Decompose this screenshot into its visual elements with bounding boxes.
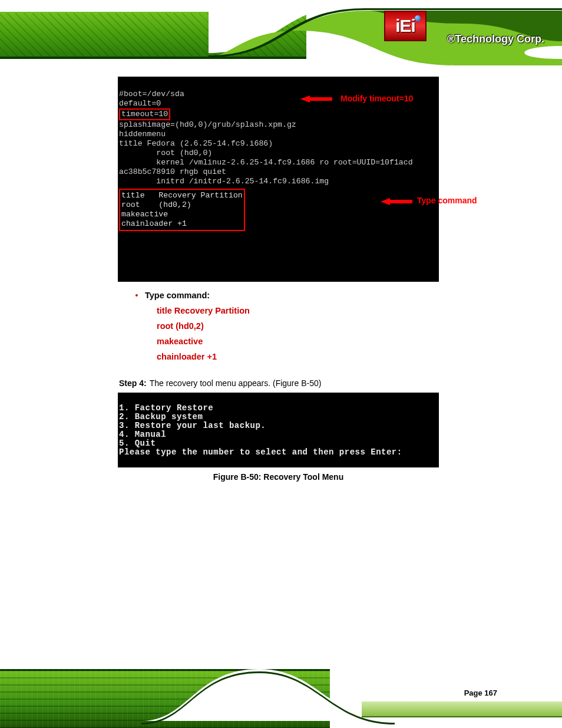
menu-prompt: Please type the number to select and the… xyxy=(119,447,402,457)
menu-item: 5. Quit xyxy=(119,439,156,448)
timeout-highlight-box: timeout=10 xyxy=(119,108,170,120)
brand-company-text: ®Technology Corp. xyxy=(447,33,544,45)
command-line: root (hd0,2) xyxy=(157,318,448,334)
page-content: #boot=/dev/sda default=0 timeout=10 spla… xyxy=(118,77,448,482)
menu-item: 3. Restore your last backup. xyxy=(119,421,266,430)
terminal-line: chainloader +1 xyxy=(121,219,187,228)
step-description: Step 4: The recovery tool menu appears. … xyxy=(118,377,439,389)
terminal-line: ac38b5c78910 rhgb quiet xyxy=(119,167,226,176)
brand-logo-text: iEi xyxy=(395,16,415,36)
command-line: chainloader +1 xyxy=(157,349,448,364)
command-line: title Recovery Partition xyxy=(157,303,448,318)
terminal-line: title Recovery Partition xyxy=(121,191,243,200)
command-line: makeactive xyxy=(157,334,448,349)
header-banner: iEi ®Technology Corp. xyxy=(0,0,562,65)
step-body: The recovery tool menu appears. (Figure … xyxy=(150,378,322,388)
brand-logo-dot-icon xyxy=(415,15,421,21)
annotation-type-command: Type command xyxy=(417,196,477,205)
terminal-line: splashimage=(hd0,0)/grub/splash.xpm.gz xyxy=(119,120,296,129)
recovery-menu-terminal: 1. Factory Restore 2. Backup system 3. R… xyxy=(118,393,439,467)
type-command-block: • Type command: title Recovery Partition… xyxy=(128,288,448,364)
annotation-modify-timeout: Modify timeout=10 xyxy=(340,94,413,103)
menu-item: 1. Factory Restore xyxy=(119,403,213,413)
terminal-line: hiddenmenu xyxy=(119,130,166,139)
footer-swoosh xyxy=(141,662,562,728)
bullet-dot-icon: • xyxy=(128,288,145,303)
brand-logo: iEi xyxy=(384,11,427,41)
footer-right-bar xyxy=(362,701,562,717)
bullet-label: Type command: xyxy=(145,288,210,303)
figure-caption: Figure B-50: Recovery Tool Menu xyxy=(118,472,439,482)
step-prefix: Step 4: xyxy=(119,377,147,389)
terminal-line: makeactive xyxy=(121,210,168,219)
terminal-line: initrd /initrd-2.6.25-14.fc9.i686.img xyxy=(119,177,329,186)
footer-banner xyxy=(0,662,562,728)
terminal-line: root (hd0,2) xyxy=(121,200,191,209)
recovery-block-highlight: title Recovery Partition root (hd0,2) ma… xyxy=(119,189,245,231)
grub-config-terminal: #boot=/dev/sda default=0 timeout=10 spla… xyxy=(118,77,439,282)
bullet-row: • Type command: xyxy=(128,288,448,303)
menu-item: 4. Manual xyxy=(119,430,166,439)
terminal-line: default=0 xyxy=(119,99,161,108)
arrow-left-icon xyxy=(381,196,416,207)
terminal-line: title Fedora (2.6.25-14.fc9.i686) xyxy=(119,139,273,148)
terminal-line: root (hd0,0) xyxy=(119,149,212,157)
terminal-line: kernel /vmlinuz-2.6.25-14.fc9.i686 ro ro… xyxy=(119,158,413,167)
menu-item: 2. Backup system xyxy=(119,412,203,421)
terminal-line: #boot=/dev/sda xyxy=(119,90,184,98)
arrow-left-icon xyxy=(300,94,336,104)
